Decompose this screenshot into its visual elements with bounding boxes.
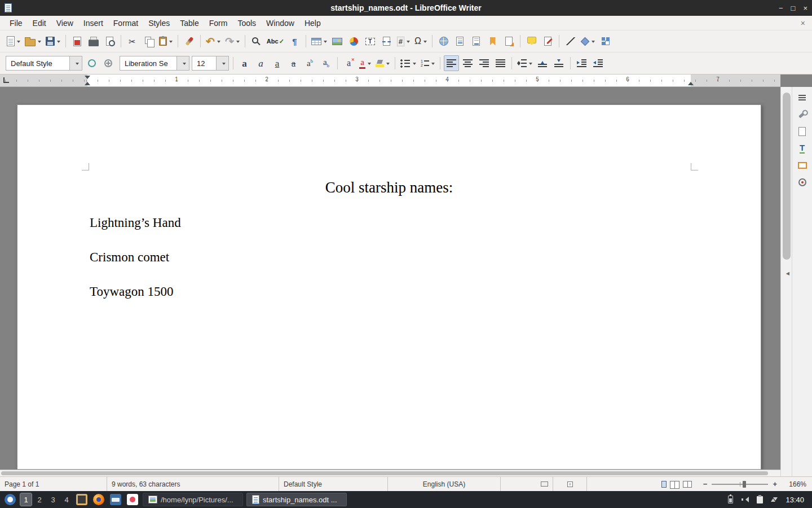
underline-button[interactable]: a [270, 55, 285, 71]
clipboard-tray-icon[interactable] [757, 496, 763, 503]
undo-button[interactable]: ↶ [204, 33, 222, 49]
single-page-view-icon[interactable] [661, 481, 667, 488]
horizontal-ruler[interactable]: 1 2 3 4 5 6 7 [0, 75, 780, 87]
update-style-button[interactable] [84, 55, 99, 71]
document-page[interactable]: Cool starship names: Lightning’s Hand Cr… [17, 104, 761, 470]
horizontal-scrollbar-thumb[interactable] [1, 471, 768, 475]
page-style-status[interactable]: Default Style [279, 477, 388, 491]
menu-window[interactable]: Window [261, 17, 299, 29]
volume-icon[interactable] [741, 496, 749, 503]
font-size-combo[interactable]: 12 [192, 56, 229, 71]
insert-endnote-button[interactable] [469, 33, 484, 49]
zoom-slider[interactable] [712, 484, 768, 485]
document-line[interactable]: Crismon comet [90, 249, 689, 265]
insert-bookmark-button[interactable] [485, 33, 500, 49]
menu-styles[interactable]: Styles [143, 17, 175, 29]
new-style-button[interactable] [100, 55, 116, 71]
font-name-dropdown[interactable] [176, 56, 189, 70]
menu-help[interactable]: Help [299, 17, 326, 29]
close-window-button[interactable]: × [803, 4, 807, 12]
document-content[interactable]: Cool starship names: Lightning’s Hand Cr… [90, 105, 689, 300]
paste-button[interactable] [157, 33, 174, 49]
applications-menu-icon[interactable] [5, 494, 16, 505]
workspace-button-2[interactable]: 2 [34, 493, 45, 506]
insert-hyperlink-button[interactable] [436, 33, 451, 49]
sidebar-settings-button[interactable] [795, 89, 810, 106]
terminal-icon[interactable] [76, 494, 87, 505]
increase-indent-button[interactable] [574, 55, 589, 71]
menu-edit[interactable]: Edit [28, 17, 51, 29]
vertical-scrollbar[interactable] [780, 87, 792, 476]
first-line-indent-marker[interactable] [85, 76, 90, 79]
highlight-color-button[interactable] [374, 55, 391, 71]
italic-button[interactable]: a [253, 55, 268, 71]
document-line[interactable]: Lightning’s Hand [90, 215, 689, 231]
bold-button[interactable]: a [237, 55, 252, 71]
decrease-indent-button[interactable] [590, 55, 606, 71]
clock[interactable]: 13:40 [785, 496, 804, 504]
new-document-button[interactable] [5, 33, 22, 49]
right-indent-marker[interactable] [688, 82, 694, 85]
print-button[interactable] [86, 33, 101, 49]
multi-page-view-icon[interactable] [670, 481, 679, 488]
insert-image-button[interactable] [330, 33, 345, 49]
align-justify-button[interactable] [493, 55, 508, 71]
align-left-button[interactable] [444, 55, 459, 71]
zoom-in-button[interactable]: + [773, 480, 777, 488]
subscript-button[interactable]: ab [319, 55, 334, 71]
minimize-button[interactable]: − [779, 4, 783, 12]
sidebar-styles-button[interactable]: T [795, 140, 810, 157]
sidebar-navigator-button[interactable] [795, 174, 810, 191]
cut-button[interactable]: ✂ [125, 33, 140, 49]
document-line[interactable]: Toywagon 1500 [90, 284, 689, 300]
menu-insert[interactable]: Insert [78, 17, 108, 29]
document-modified-button[interactable] [553, 477, 587, 491]
menu-view[interactable]: View [51, 17, 78, 29]
insert-textbox-button[interactable]: T [363, 33, 378, 49]
decrease-paragraph-spacing-button[interactable] [551, 55, 567, 71]
clear-formatting-button[interactable]: a× [341, 55, 356, 71]
align-right-button[interactable] [476, 55, 492, 71]
paragraph-style-dropdown[interactable] [69, 56, 82, 70]
basic-shapes-button[interactable] [579, 33, 597, 49]
font-color-button[interactable]: a [358, 55, 373, 71]
close-document-icon[interactable]: × [801, 19, 805, 28]
firefox-icon[interactable] [93, 494, 104, 505]
bullet-list-button[interactable] [399, 55, 418, 71]
find-replace-button[interactable] [249, 33, 264, 49]
menu-format[interactable]: Format [108, 17, 143, 29]
network-icon[interactable] [771, 496, 778, 503]
print-preview-button[interactable] [102, 33, 117, 49]
workspace-button-4[interactable]: 4 [61, 493, 72, 506]
insert-comment-button[interactable] [524, 33, 539, 49]
insert-chart-button[interactable] [346, 33, 361, 49]
font-size-dropdown[interactable] [216, 56, 228, 70]
menu-tools[interactable]: Tools [232, 17, 261, 29]
menu-form[interactable]: Form [204, 17, 233, 29]
copy-button[interactable] [141, 33, 156, 49]
sidebar-toggle-arrow-icon[interactable]: ◀ [786, 271, 789, 276]
align-center-button[interactable] [460, 55, 475, 71]
file-manager-icon[interactable] [110, 494, 121, 505]
taskbar-window-pictures[interactable]: /home/lynp/Pictures/... [143, 493, 243, 506]
zoom-slider-thumb[interactable] [743, 481, 746, 488]
superscript-button[interactable]: ab [302, 55, 317, 71]
sidebar-gallery-button[interactable] [795, 157, 810, 174]
battery-icon[interactable] [728, 496, 733, 503]
strikethrough-button[interactable]: a [286, 55, 301, 71]
open-button[interactable] [23, 33, 43, 49]
font-name-combo[interactable]: Liberation Se [120, 56, 189, 71]
special-character-button[interactable]: Ω [413, 33, 429, 49]
zoom-out-button[interactable]: − [703, 480, 708, 488]
sidebar-properties-button[interactable] [795, 106, 810, 123]
clone-formatting-button[interactable] [182, 33, 197, 49]
vertical-scrollbar-thumb[interactable] [783, 93, 791, 260]
redo-button[interactable]: ↷ [223, 33, 241, 49]
horizontal-scrollbar[interactable] [0, 470, 780, 476]
word-count-status[interactable]: 9 words, 63 characters [107, 477, 279, 491]
numbered-list-button[interactable]: 1 2 [419, 55, 436, 71]
menu-file[interactable]: File [5, 17, 28, 29]
export-pdf-button[interactable] [69, 33, 85, 49]
save-button[interactable] [44, 33, 62, 49]
workspace-button-3[interactable]: 3 [47, 493, 59, 506]
